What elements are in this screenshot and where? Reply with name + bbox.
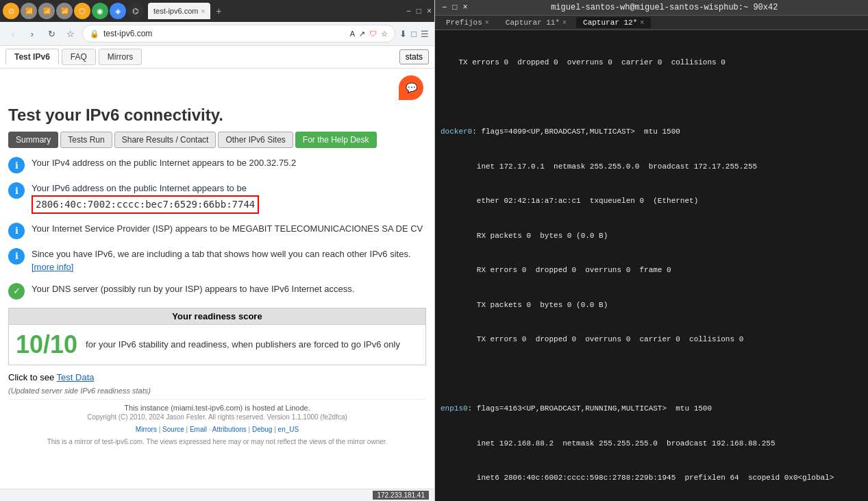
- close-button[interactable]: ×: [427, 6, 432, 16]
- page-content: 💬 Test your IPv6 connectivity. Summary T…: [0, 69, 434, 489]
- readiness-box: Your readiness score 10/10 for your IPv6…: [8, 308, 426, 365]
- copyright-text: Copyright (C) 2010, 2024 Jason Fesler. A…: [8, 412, 426, 423]
- tab-mirrors-label: Mirrors: [108, 52, 133, 62]
- ubuntu-icon[interactable]: ⊙: [3, 3, 19, 19]
- term-line-docker-tx1: TX packets 0 bytes 0 (0.0 B): [441, 300, 863, 311]
- term-line-0: TX errors 0 dropped 0 overruns 0 carrier…: [441, 57, 863, 69]
- terminal-close[interactable]: ×: [462, 3, 467, 12]
- tab-other-ipv6[interactable]: Other IPv6 Sites: [218, 132, 293, 148]
- stats-update: (Updated server side IPv6 readiness stat…: [8, 387, 426, 395]
- test-data-section: Click to see Test Data: [8, 372, 426, 382]
- download-icon[interactable]: ⬇: [399, 29, 407, 39]
- stats-button[interactable]: stats: [399, 49, 429, 64]
- terminal-tab-capturar12[interactable]: Capturar 12* ×: [576, 17, 651, 28]
- ipv6-info-text: Your IPv6 address on the public Internet…: [32, 182, 259, 214]
- isp-info-item: ℹ Your Internet Service Provider (ISP) a…: [8, 222, 426, 239]
- new-tab-button[interactable]: +: [212, 5, 225, 16]
- status-bar: 172.233.181.41: [0, 489, 434, 501]
- app1-icon[interactable]: ⬡: [74, 3, 90, 19]
- tab-faq[interactable]: FAQ: [62, 49, 96, 65]
- tab-mirrors[interactable]: Mirrors: [99, 49, 142, 65]
- ipv6-info-item: ℹ Your IPv6 address on the public Intern…: [8, 182, 426, 214]
- readiness-description: for your IPv6 stability and readiness, w…: [86, 338, 400, 352]
- back-button[interactable]: ‹: [5, 26, 21, 41]
- term-line-blank2: [441, 369, 863, 380]
- term-line-docker0: docker0: flags=4099<UP,BROADCAST,MULTICA…: [441, 126, 863, 138]
- app2-icon[interactable]: ◉: [92, 3, 108, 19]
- attributions-link[interactable]: Attributions: [212, 426, 247, 433]
- browser-chrome: ‹ › ↻ ☆ 🔒 test-ipv6.com A ↗ 🛡 ☆ ⬇ □ ☰: [0, 22, 434, 46]
- term-line-docker-ether: ether 02:42:1a:a7:ac:c1 txqueuelen 0 (Et…: [441, 195, 863, 207]
- dns-info-item: ✓ Your DNS server (possibly run by your …: [8, 282, 426, 300]
- wifi2-icon[interactable]: 📶: [38, 3, 55, 19]
- taskbar-browser-tab[interactable]: test-ipv6.com ×: [148, 3, 210, 19]
- info-icon-isp: ℹ: [8, 223, 25, 239]
- terminal-tab-prefijos-close[interactable]: ×: [485, 19, 489, 27]
- forward-button[interactable]: ›: [25, 26, 40, 41]
- tab-test-ipv6[interactable]: Test IPv6: [5, 49, 59, 65]
- terminal-maximize[interactable]: □: [452, 3, 457, 12]
- info-icon-dns: ✓: [8, 283, 25, 300]
- tab-help-desk[interactable]: For the Help Desk: [295, 132, 377, 148]
- app3-icon[interactable]: ◈: [110, 3, 126, 19]
- term-line-enp-inet6-1: inet6 2806:40c:6002:cccc:598c:2788:229b:…: [441, 472, 863, 484]
- browser-actions: ⬇ □ ☰: [399, 29, 429, 39]
- terminal-body[interactable]: TX errors 0 dropped 0 overruns 0 carrier…: [435, 30, 868, 501]
- debug-link[interactable]: Debug: [252, 426, 272, 433]
- terminal-tab-prefijos[interactable]: Prefijos ×: [439, 17, 496, 28]
- tab-info-item: ℹ Since you have IPv6, we are including …: [8, 247, 426, 274]
- terminal-minimize[interactable]: −: [442, 3, 447, 12]
- term-line-blank1: [441, 92, 863, 103]
- footer-links: Mirrors | Source | Email · Attributions …: [8, 424, 426, 435]
- lock-icon: 🔒: [90, 29, 99, 38]
- terminal-tab-capturar11-close[interactable]: ×: [562, 19, 567, 27]
- tab-faq-label: FAQ: [71, 52, 87, 62]
- term-line-docker-rxe: RX errors 0 dropped 0 overruns 0 frame 0: [441, 265, 863, 276]
- window-icon[interactable]: □: [411, 29, 417, 39]
- reload-button[interactable]: ↻: [44, 26, 59, 41]
- terminal-titlebar: − □ × miguel-santos-wh@miguel-santos-wis…: [435, 0, 868, 16]
- ipv4-info-text: Your IPv4 address on the public Internet…: [32, 156, 296, 170]
- wifi1-icon[interactable]: 📶: [21, 3, 37, 19]
- terminal-tabs: Prefijos × Capturar 11* × Capturar 12* ×: [435, 16, 868, 30]
- browser-tabs: Test IPv6 FAQ Mirrors stats: [0, 46, 434, 69]
- home-button[interactable]: ☆: [63, 26, 78, 41]
- info-icon-ipv4: ℹ: [8, 157, 25, 173]
- github-icon[interactable]: ⌬: [127, 3, 144, 19]
- more-info-link[interactable]: [more info]: [32, 262, 73, 272]
- test-data-link[interactable]: Test Data: [57, 372, 95, 382]
- terminal-tab-prefijos-label: Prefijos: [446, 19, 482, 27]
- maximize-button[interactable]: □: [417, 6, 421, 16]
- term-line-docker-inet: inet 172.17.0.1 netmask 255.255.0.0 broa…: [441, 161, 863, 173]
- isp-info-text: Your Internet Service Provider (ISP) app…: [32, 222, 423, 236]
- email-link[interactable]: Email: [190, 426, 207, 433]
- tab-summary[interactable]: Summary: [8, 132, 58, 148]
- minimize-button[interactable]: −: [406, 6, 411, 16]
- taskbar-tab-close[interactable]: ×: [201, 8, 205, 15]
- source-link[interactable]: Source: [162, 426, 184, 433]
- terminal-window-buttons: − □ ×: [442, 3, 468, 12]
- terminal-tab-capturar12-close[interactable]: ×: [640, 19, 644, 27]
- terminal-title: miguel-santos-wh@miguel-santos-wisphub:~…: [468, 3, 861, 12]
- hosted-info: This instance (miami.test-ipv6.com) is h…: [8, 399, 426, 412]
- address-bar[interactable]: 🔒 test-ipv6.com A ↗ 🛡 ☆: [82, 25, 395, 42]
- menu-icon[interactable]: ☰: [421, 29, 429, 39]
- bookmark-icon[interactable]: ☆: [381, 29, 388, 38]
- url-text: test-ipv6.com: [103, 29, 346, 38]
- support-bubble[interactable]: 💬: [399, 75, 423, 100]
- wifi3-icon[interactable]: 📶: [56, 3, 73, 19]
- info-icon-ipv6: ℹ: [8, 182, 25, 199]
- term-line-enp-inet: inet 192.168.88.2 netmask 255.255.255.0 …: [441, 438, 863, 450]
- mirrors-link[interactable]: Mirrors: [136, 426, 157, 433]
- translate-icon[interactable]: A: [350, 29, 355, 38]
- mirror-note: This is a mirror of test-ipv6.com. The v…: [8, 437, 426, 448]
- ipv4-info-item: ℹ Your IPv4 address on the public Intern…: [8, 156, 426, 173]
- taskbar: ⊙ 📶 📶 📶 ⬡ ◉ ◈ ⌬ test-ipv6.com × + − □ ×: [0, 0, 434, 22]
- language-link[interactable]: en_US: [278, 426, 299, 433]
- tab-tests-run[interactable]: Tests Run: [60, 132, 112, 148]
- share-icon[interactable]: ↗: [359, 29, 365, 38]
- tab-share-results[interactable]: Share Results / Contact: [114, 132, 216, 148]
- page-nav-tabs: Summary Tests Run Share Results / Contac…: [8, 132, 426, 148]
- readiness-score: 10/10: [16, 330, 77, 359]
- terminal-tab-capturar11[interactable]: Capturar 11* ×: [499, 17, 573, 28]
